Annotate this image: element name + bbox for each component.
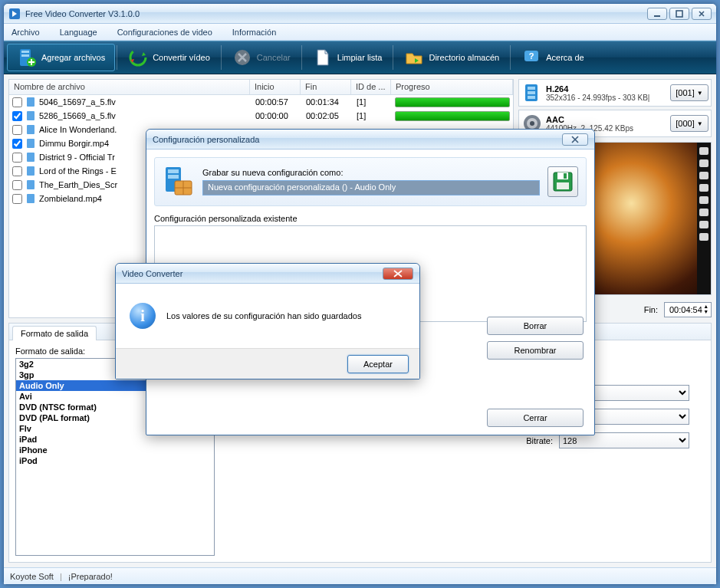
video-codec-name: H.264 — [546, 84, 667, 94]
svg-rect-17 — [27, 180, 35, 189]
video-codec-select[interactable]: [001]▼ — [670, 84, 708, 101]
menubar: Archivo Language Configuraciones de vide… — [4, 24, 716, 41]
video-codec-row: H.264 352x316 - 24.993fps - 303 KB| [001… — [518, 79, 712, 107]
file-checkbox[interactable] — [12, 166, 22, 176]
rename-config-button[interactable]: Renombrar — [487, 341, 584, 360]
app-icon — [8, 8, 21, 20]
accept-button[interactable]: Aceptar — [347, 355, 409, 373]
fin-label: Fin: — [644, 305, 658, 314]
column-id[interactable]: ID de ... — [351, 80, 391, 94]
column-end[interactable]: Fin — [301, 80, 351, 94]
msg-dialog-text: Los valores de su configuración han sido… — [166, 311, 361, 320]
column-name[interactable]: Nombre de archivo — [9, 80, 250, 94]
film-package-icon — [163, 166, 195, 198]
window-title: Free Video Converter V3.1.0.0 — [25, 9, 647, 18]
svg-rect-28 — [168, 175, 179, 179]
config-name-input[interactable]: Nueva configuración personalizada () - A… — [202, 180, 540, 195]
menu-config[interactable]: Configuraciones de video — [117, 28, 212, 37]
status-bar: Koyote Soft | ¡Preparado! — [4, 567, 716, 584]
file-row[interactable]: 5286_15669_a_5.flv00:00:0000:02:05[1] — [9, 109, 513, 123]
fin-time-input[interactable]: 00:04:54 ▲▼ — [664, 302, 712, 317]
svg-rect-12 — [27, 111, 35, 120]
svg-rect-14 — [27, 139, 35, 148]
file-end: 00:01:34 — [301, 97, 352, 107]
svg-rect-18 — [27, 194, 35, 203]
menu-language[interactable]: Language — [60, 28, 97, 37]
cancel-button: Cancelar — [223, 44, 300, 71]
svg-rect-20 — [528, 87, 535, 90]
format-option[interactable]: iPhone — [16, 445, 214, 455]
svg-text:?: ? — [529, 51, 534, 61]
audio-codec-name: AAC — [546, 115, 667, 124]
msg-dialog-close-button[interactable] — [383, 268, 413, 280]
clear-list-button[interactable]: Limpiar lista — [304, 44, 392, 71]
menu-info[interactable]: Información — [232, 28, 276, 37]
close-config-button[interactable]: Cerrar — [487, 409, 584, 427]
tab-output-format[interactable]: Formato de salida — [12, 326, 97, 340]
file-end: 00:02:05 — [301, 111, 352, 120]
format-option[interactable]: iPad — [16, 434, 214, 445]
file-name: 5046_15697_a_5.flv — [39, 97, 251, 107]
save-as-label: Grabar su nueva configuración como: — [202, 168, 540, 177]
svg-rect-27 — [168, 169, 179, 173]
info-icon: i — [130, 303, 156, 329]
file-progress — [392, 111, 513, 121]
file-checkbox[interactable] — [12, 139, 22, 149]
file-start: 00:00:57 — [251, 97, 301, 107]
titlebar: Free Video Converter V3.1.0.0 — [4, 4, 716, 24]
svg-rect-22 — [528, 96, 535, 99]
film-add-icon — [17, 48, 37, 67]
audio-codec-select[interactable]: [000]▼ — [670, 115, 708, 132]
time-down-icon[interactable]: ▼ — [702, 310, 710, 315]
output-dir-label: Directorio almacén — [429, 53, 499, 62]
svg-rect-16 — [27, 166, 35, 176]
clear-list-label: Limpiar lista — [337, 53, 383, 62]
add-files-button[interactable]: Agregar archivos — [7, 44, 115, 71]
file-icon — [25, 138, 36, 149]
video-codec-icon — [521, 82, 543, 103]
svg-rect-13 — [27, 125, 35, 134]
video-codec-desc: 352x316 - 24.993fps - 303 KB| — [546, 94, 667, 102]
delete-config-button[interactable]: Borrar — [487, 317, 584, 335]
cancel-label: Cancelar — [257, 53, 291, 62]
output-dir-button[interactable]: Directorio almacén — [395, 44, 508, 71]
status-vendor: Koyote Soft — [10, 572, 54, 581]
column-start[interactable]: Inicio — [250, 80, 301, 94]
file-checkbox[interactable] — [12, 153, 22, 163]
file-checkbox[interactable] — [12, 111, 22, 121]
file-checkbox[interactable] — [12, 125, 22, 135]
menu-archivo[interactable]: Archivo — [12, 28, 40, 37]
convert-button[interactable]: Convertir vídeo — [119, 44, 219, 71]
file-icon — [25, 166, 36, 176]
cancel-icon — [232, 48, 252, 67]
file-icon — [25, 179, 36, 190]
file-checkbox[interactable] — [12, 97, 22, 107]
folder-icon — [404, 48, 424, 67]
save-config-button[interactable] — [547, 166, 578, 197]
file-checkbox[interactable] — [12, 194, 22, 204]
svg-rect-32 — [564, 173, 567, 179]
bitrate-label: Bitrate: — [492, 436, 553, 445]
about-button[interactable]: ? Acerca de — [512, 44, 593, 71]
file-progress — [392, 97, 513, 107]
maximize-button[interactable] — [669, 8, 689, 20]
file-checkbox[interactable] — [12, 180, 22, 190]
column-progress[interactable]: Progreso — [391, 80, 513, 94]
svg-rect-4 — [21, 51, 29, 53]
cfg-dialog-title: Configuración personalizada — [153, 135, 259, 144]
status-ready: ¡Preparado! — [68, 572, 113, 581]
toolbar: Agregar archivos Convertir vídeo Cancela… — [4, 41, 716, 74]
format-option[interactable]: iPod — [16, 455, 214, 466]
help-icon: ? — [521, 48, 541, 67]
svg-point-25 — [530, 121, 534, 126]
file-name: 5286_15669_a_5.flv — [39, 111, 251, 120]
existing-config-label: Configuración personalizada existente — [154, 214, 298, 223]
minimize-button[interactable] — [647, 8, 667, 20]
file-list-header: Nombre de archivo Inicio Fin ID de ... P… — [9, 80, 513, 95]
file-id: [1] — [352, 97, 392, 107]
svg-rect-5 — [21, 54, 29, 57]
cfg-dialog-close-button[interactable] — [562, 133, 588, 146]
file-icon — [25, 124, 36, 135]
close-button[interactable] — [692, 8, 712, 20]
file-row[interactable]: 5046_15697_a_5.flv00:00:5700:01:34[1] — [9, 95, 513, 109]
